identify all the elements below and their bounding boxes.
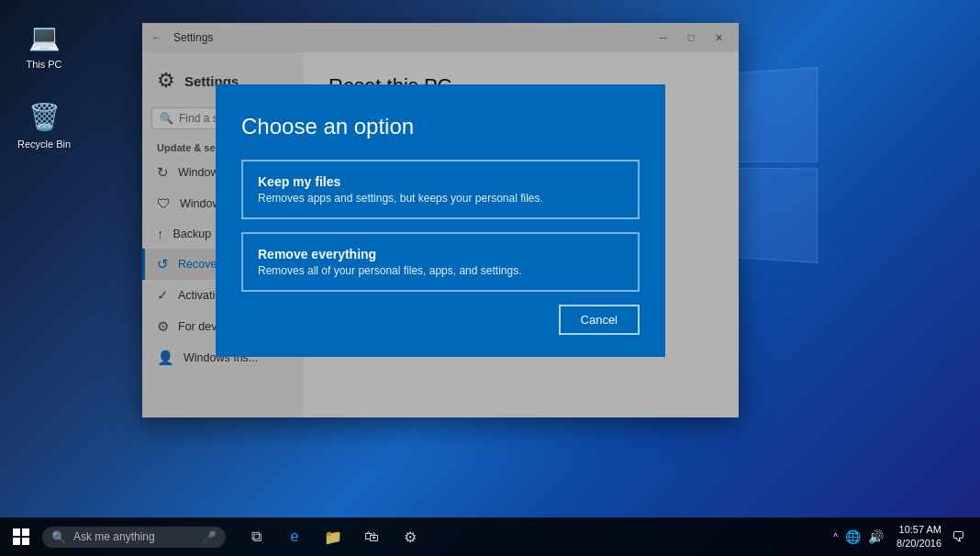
taskbar-search-mic-icon: 🔍 [51,530,66,544]
tray-network-icon: 🌐 [845,529,861,544]
choose-option-dialog: Choose an option Keep my files Removes a… [216,84,665,357]
date-display: 8/20/2016 [896,537,941,550]
recycle-bin-icon-img: 🗑️ [26,98,62,135]
keep-my-files-button[interactable]: Keep my files Removes apps and settings,… [241,160,640,219]
keep-files-desc: Removes apps and settings, but keeps you… [258,192,623,205]
clock[interactable]: 10:57 AM 8/20/2016 [896,523,941,551]
this-pc-icon[interactable]: 💻 This PC [17,18,72,71]
keep-files-title: Keep my files [258,174,623,189]
cancel-button[interactable]: Cancel [559,305,640,335]
desktop-icon-area: 💻 This PC 🗑️ Recycle Bin [17,18,72,150]
taskbar-pinned-icons: ⧉ e 📁 🛍 ⚙ [244,525,422,549]
taskbar: 🔍 Ask me anything 🎤 ⧉ e 📁 🛍 ⚙ ^ 🌐 🔊 10:5… [0,517,980,556]
start-icon [13,528,29,545]
taskbar-search-box[interactable]: 🔍 Ask me anything 🎤 [42,527,226,548]
file-explorer-icon[interactable]: 📁 [321,525,345,549]
edge-icon[interactable]: e [283,525,306,549]
system-tray: ^ 🌐 🔊 [833,529,884,544]
taskbar-search-label: Ask me anything [73,530,155,543]
remove-everything-desc: Removes all of your personal files, apps… [258,264,623,277]
modal-overlay: Choose an option Keep my files Removes a… [142,23,739,417]
this-pc-label: This PC [26,59,61,71]
notification-center-button[interactable]: 🗨 [945,524,971,550]
tray-chevron[interactable]: ^ [833,532,838,542]
start-button[interactable] [0,517,42,556]
this-pc-icon-img: 💻 [26,18,62,55]
dialog-footer: Cancel [241,305,640,335]
tray-volume-icon: 🔊 [868,529,884,544]
taskbar-mic-icon: 🎤 [202,530,217,544]
store-icon[interactable]: 🛍 [360,525,384,549]
remove-everything-button[interactable]: Remove everything Removes all of your pe… [241,232,640,292]
settings-taskbar-icon[interactable]: ⚙ [398,525,422,549]
remove-everything-title: Remove everything [258,247,623,261]
recycle-bin-icon[interactable]: 🗑️ Recycle Bin [17,98,72,150]
time-display: 10:57 AM [896,523,941,537]
task-view-button[interactable]: ⧉ [244,525,268,549]
recycle-bin-label: Recycle Bin [17,139,71,150]
dialog-title: Choose an option [241,114,640,139]
taskbar-right: ^ 🌐 🔊 10:57 AM 8/20/2016 🗨 [833,523,980,551]
